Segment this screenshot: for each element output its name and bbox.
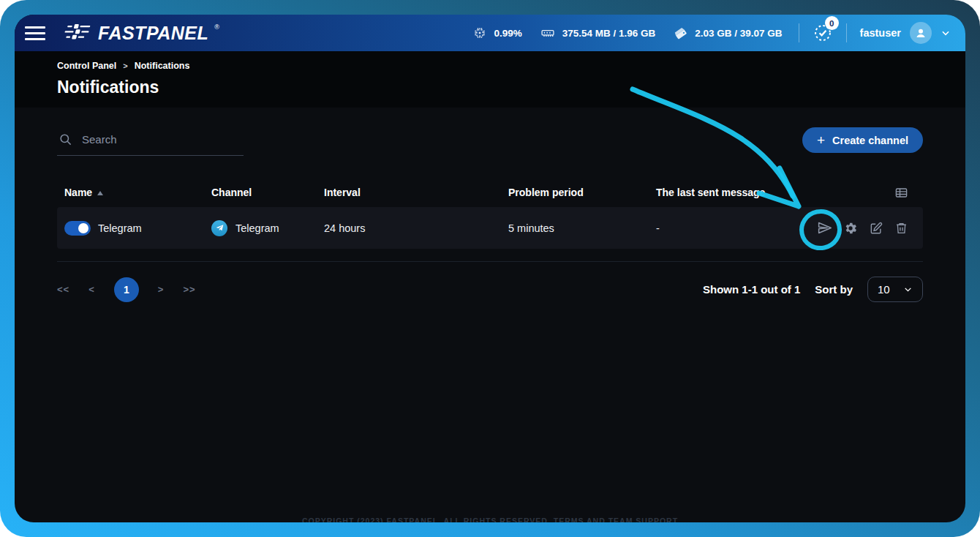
ram-stat: 375.54 MB / 1.96 GB bbox=[540, 26, 656, 40]
chevron-down-icon bbox=[941, 28, 951, 38]
cpu-stat: 0.99% bbox=[472, 26, 521, 40]
page-title: Notifications bbox=[57, 78, 923, 97]
pagination-row: << < 1 > >> Shown 1-1 out of 1 Sort by 1… bbox=[57, 277, 923, 302]
row-actions bbox=[817, 220, 908, 236]
breadcrumb-notifications[interactable]: Notifications bbox=[135, 61, 190, 71]
cell-channel: Telegram bbox=[211, 220, 324, 236]
channel-name: Telegram bbox=[98, 222, 142, 234]
create-channel-label: Create channel bbox=[832, 135, 908, 146]
sort-asc-icon bbox=[97, 191, 103, 195]
notifications-table: Name Channel Interval Problem period The… bbox=[57, 178, 923, 262]
sort-by-label: Sort by bbox=[815, 283, 853, 296]
table-header-row: Name Channel Interval Problem period The… bbox=[57, 178, 923, 207]
search-box bbox=[57, 127, 244, 156]
delete-button[interactable] bbox=[894, 221, 908, 236]
send-test-message-button[interactable] bbox=[817, 220, 832, 236]
app-window: FASTPANEL ® 0.99% 375 bbox=[15, 15, 965, 522]
divider bbox=[799, 23, 799, 42]
topbar: FASTPANEL ® 0.99% 375 bbox=[15, 15, 965, 51]
divider bbox=[846, 23, 847, 42]
window-frame: FASTPANEL ® 0.99% 375 bbox=[0, 0, 980, 537]
page-size-select[interactable]: 10 bbox=[867, 277, 923, 302]
channel-type: Telegram bbox=[235, 222, 279, 234]
search-input[interactable] bbox=[82, 133, 242, 146]
column-interval[interactable]: Interval bbox=[324, 187, 508, 198]
settings-button[interactable] bbox=[843, 221, 858, 236]
page-size-value: 10 bbox=[878, 283, 890, 296]
column-last-sent-message[interactable]: The last sent message bbox=[656, 187, 894, 198]
trash-icon bbox=[894, 221, 908, 236]
controls-row: + Create channel bbox=[57, 127, 923, 156]
search-icon bbox=[59, 132, 72, 146]
plus-icon: + bbox=[817, 133, 825, 147]
user-menu[interactable]: fastuser bbox=[860, 22, 951, 44]
column-name[interactable]: Name bbox=[64, 187, 211, 198]
cpu-value: 0.99% bbox=[494, 28, 521, 39]
equalizer-logo-icon bbox=[63, 23, 92, 42]
cell-name: Telegram bbox=[64, 221, 211, 236]
prev-page-button[interactable]: < bbox=[88, 284, 95, 295]
telegram-icon bbox=[211, 220, 227, 236]
tasks-button[interactable]: 0 bbox=[813, 23, 833, 43]
brand-logo[interactable]: FASTPANEL ® bbox=[63, 23, 219, 43]
username: fastuser bbox=[860, 27, 901, 39]
table-row-telegram: Telegram Telegram 24 hours 5 minutes - bbox=[57, 207, 923, 249]
cell-last-sent-message: - bbox=[656, 222, 817, 234]
next-page-button[interactable]: > bbox=[158, 284, 165, 295]
resource-stats: 0.99% 375.54 MB / 1.96 GB bbox=[472, 26, 782, 41]
avatar bbox=[910, 22, 932, 44]
ram-icon bbox=[540, 26, 556, 40]
gear-icon bbox=[843, 221, 858, 236]
paper-plane-glyph bbox=[215, 223, 225, 233]
table-columns-icon bbox=[894, 186, 908, 200]
breadcrumb: Control Panel > Notifications bbox=[57, 61, 923, 71]
shown-count-label: Shown 1-1 out of 1 bbox=[703, 283, 800, 296]
cpu-icon bbox=[472, 26, 487, 40]
disk-icon bbox=[673, 26, 688, 41]
enabled-toggle[interactable] bbox=[64, 221, 91, 236]
brand-name: FASTPANEL bbox=[98, 23, 208, 43]
cell-interval: 24 hours bbox=[324, 222, 508, 234]
ram-value: 375.54 MB / 1.96 GB bbox=[562, 28, 656, 39]
edit-button[interactable] bbox=[869, 221, 883, 236]
column-problem-period[interactable]: Problem period bbox=[508, 187, 656, 198]
column-settings-button[interactable] bbox=[894, 186, 908, 200]
breadcrumb-control-panel[interactable]: Control Panel bbox=[57, 61, 116, 71]
page-1-button[interactable]: 1 bbox=[114, 277, 139, 302]
first-page-button[interactable]: << bbox=[57, 284, 69, 295]
registered-mark: ® bbox=[214, 23, 219, 31]
chevron-down-icon bbox=[903, 285, 913, 294]
tasks-count-badge: 0 bbox=[825, 16, 839, 30]
page-info: Shown 1-1 out of 1 Sort by 10 bbox=[703, 277, 923, 302]
disk-value: 2.03 GB / 39.07 GB bbox=[695, 28, 782, 39]
column-channel[interactable]: Channel bbox=[211, 187, 324, 198]
user-icon bbox=[914, 26, 927, 40]
edit-icon bbox=[869, 221, 883, 236]
page-header: Control Panel > Notifications Notificati… bbox=[15, 51, 965, 108]
disk-stat: 2.03 GB / 39.07 GB bbox=[673, 26, 782, 41]
content: + Create channel Name Channel Interval P… bbox=[15, 127, 965, 302]
pager: << < 1 > >> bbox=[57, 277, 196, 302]
menu-icon[interactable] bbox=[23, 21, 47, 45]
send-icon bbox=[817, 220, 832, 236]
last-page-button[interactable]: >> bbox=[183, 284, 195, 295]
create-channel-button[interactable]: + Create channel bbox=[802, 127, 923, 153]
breadcrumb-separator: > bbox=[123, 61, 127, 70]
footer-copyright: COPYRIGHT (2023) FASTPANEL. ALL RIGHTS R… bbox=[15, 517, 965, 522]
cell-problem-period: 5 minutes bbox=[508, 222, 656, 234]
